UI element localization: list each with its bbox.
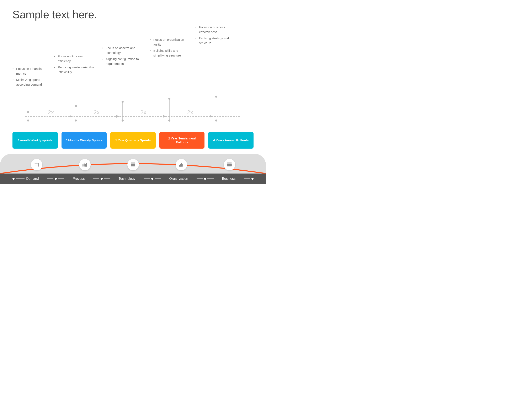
bullet-process-1: Focus on Process efficiency — [54, 54, 95, 63]
bullet-group-technology: Focus on asserts and technology Aligning… — [102, 46, 146, 68]
icon-process — [79, 159, 91, 171]
nav-connector-4 — [196, 178, 214, 180]
bullet-tech-1: Focus on asserts and technology — [102, 46, 146, 55]
nav-end — [244, 178, 253, 180]
bullet-biz-2: Evolving strategy and structure — [195, 36, 241, 45]
svg-text:2x: 2x — [94, 109, 100, 115]
svg-rect-37 — [179, 165, 180, 167]
bullet-org-2: Building skills and simplifying structur… — [150, 48, 191, 58]
svg-rect-42 — [227, 164, 232, 165]
svg-rect-34 — [131, 164, 135, 165]
nav-line-c3 — [144, 178, 150, 179]
nav-label-business: Business — [222, 177, 235, 181]
bullet-group-organization: Focus on organization agility Building s… — [150, 38, 191, 59]
nav-line-c1 — [47, 178, 53, 179]
nav-dot-end — [252, 178, 253, 180]
nav-dot-org — [151, 178, 153, 180]
nav-line-c4b — [207, 178, 214, 179]
nav-dot-process — [55, 178, 57, 180]
svg-rect-25 — [34, 164, 38, 164]
icon-demand — [31, 159, 42, 171]
icon-organization — [176, 159, 187, 171]
nav-label-process: Process — [73, 177, 85, 181]
svg-rect-27 — [34, 166, 37, 166]
icon-business — [224, 159, 235, 171]
nav-line-c2 — [93, 178, 99, 179]
svg-marker-1 — [70, 115, 73, 118]
svg-rect-33 — [131, 163, 135, 163]
svg-point-14 — [75, 120, 77, 121]
nav-label-demand: Demand — [26, 177, 39, 181]
nav-label-organization: Organization — [169, 177, 188, 181]
svg-text:2x: 2x — [140, 109, 146, 115]
svg-point-17 — [121, 120, 124, 121]
svg-marker-2 — [116, 115, 120, 118]
nav-line-c2b — [104, 178, 110, 179]
icon-technology — [127, 159, 139, 171]
svg-rect-39 — [181, 163, 182, 166]
nav-dot-technology — [101, 178, 103, 180]
bullet-demand-1: Focus on Financial metrics — [13, 66, 51, 76]
svg-rect-24 — [34, 163, 38, 163]
nav-label-technology: Technology — [119, 177, 135, 181]
svg-point-23 — [215, 120, 217, 121]
nav-line-c3b — [155, 178, 161, 179]
svg-rect-44 — [227, 166, 232, 167]
page-title: Sample text here. — [0, 0, 266, 25]
bottom-nav: Demand Process Technology Organization B… — [0, 173, 266, 184]
nav-line-end — [244, 178, 250, 179]
nav-connector-2 — [93, 178, 110, 180]
svg-rect-43 — [227, 165, 232, 166]
card-1year: 1 Year Quarterly Sprints — [110, 132, 156, 149]
nav-dot-demand — [13, 178, 14, 180]
card-2year: 2 Year Semiannual Rollouts — [159, 132, 205, 149]
svg-rect-29 — [82, 164, 83, 166]
bullet-group-business: Focus on business effectiveness Evolving… — [195, 25, 241, 47]
bullet-group-demand: Focus on Financial metrics Minimizing sp… — [13, 66, 51, 89]
svg-rect-36 — [131, 166, 135, 167]
svg-rect-35 — [131, 165, 135, 166]
bullet-group-process: Focus on Process efficiency Reducing was… — [54, 54, 95, 76]
bullet-process-2: Reducing waste variability inflexibility — [54, 65, 95, 74]
svg-rect-26 — [34, 165, 38, 165]
nav-line-c1b — [58, 178, 64, 179]
svg-point-11 — [27, 120, 29, 121]
nav-line-1 — [16, 178, 25, 179]
svg-point-20 — [168, 120, 171, 121]
svg-rect-41 — [227, 163, 232, 163]
cards-row: 3 month Weekly sprints 6 Months Weekly S… — [13, 132, 253, 149]
card-4year: 4 Years Annual Rollouts — [208, 132, 253, 149]
bullet-biz-1: Focus on business effectiveness — [195, 25, 241, 34]
svg-rect-32 — [86, 163, 87, 166]
svg-rect-31 — [85, 164, 86, 166]
svg-rect-38 — [180, 164, 181, 166]
card-3month: 3 month Weekly sprints — [13, 132, 58, 149]
svg-text:2x: 2x — [187, 109, 193, 115]
svg-marker-4 — [210, 115, 213, 118]
bullet-tech-2: Aligning configuration to requirements — [102, 57, 146, 66]
svg-text:2x: 2x — [48, 109, 54, 115]
svg-marker-3 — [163, 115, 166, 118]
bullet-org-1: Focus on organization agility — [150, 38, 191, 47]
svg-rect-28 — [38, 163, 39, 166]
svg-rect-40 — [182, 164, 183, 166]
nav-connector-3 — [144, 178, 161, 180]
nav-connector-1 — [47, 178, 64, 180]
bullet-demand-2: Minimizing spend according demand — [13, 77, 51, 87]
timeline-svg: 2x 2x 2x 2x — [13, 95, 253, 129]
nav-line-c4 — [196, 178, 203, 179]
nav-item-demand: Demand — [13, 177, 39, 181]
card-6month: 6 Months Weekly Sprints — [62, 132, 107, 149]
icons-row — [13, 159, 253, 171]
svg-rect-30 — [84, 163, 85, 166]
nav-dot-biz — [204, 178, 206, 180]
